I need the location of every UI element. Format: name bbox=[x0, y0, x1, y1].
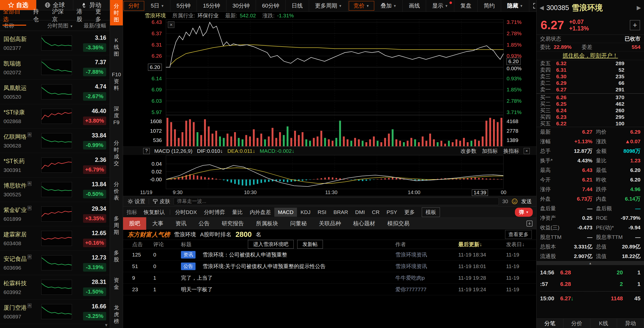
quote-tab-异动[interactable]: 异动 bbox=[617, 319, 644, 328]
watchlist-subtab[interactable]: 持仓 bbox=[33, 7, 45, 24]
forum-tab-大事[interactable]: 大事 bbox=[146, 217, 169, 230]
ask-row[interactable]: 卖五6.32289 bbox=[537, 60, 644, 67]
bid-row[interactable]: 买三6.24260 bbox=[537, 107, 644, 114]
next-stock-icon[interactable]: ▶ bbox=[637, 5, 641, 11]
template-button[interactable]: 模板 bbox=[422, 207, 440, 217]
danmaku-input[interactable] bbox=[174, 198, 499, 205]
view-tab-深度F9[interactable]: 深度F9 bbox=[110, 103, 123, 128]
forum-tab-核心题材[interactable]: 核心题材 bbox=[347, 217, 381, 230]
indicator-item-KDJ[interactable]: KDJ bbox=[297, 208, 314, 217]
indicator-item-分时DDX[interactable]: 分时DDX bbox=[172, 207, 200, 217]
ask-row[interactable]: 卖一6.27291 bbox=[537, 86, 644, 93]
prev-stock-icon[interactable]: ◀ bbox=[540, 5, 544, 11]
promo-banner[interactable]: 抓住机会，即刻开户！ bbox=[537, 51, 644, 60]
watchlist-subtab[interactable]: 沪深京 bbox=[52, 7, 69, 24]
view-tab-分时成交[interactable]: 分时成交 bbox=[110, 137, 123, 169]
toolbar-button-分时[interactable]: 分时 bbox=[124, 1, 144, 11]
toolbar-button-隐藏[interactable]: 隐藏▼ bbox=[501, 0, 529, 12]
toolbar-button-5日[interactable]: 5日▼ bbox=[145, 0, 170, 12]
macd-pane[interactable]: 0.040.02-0.00 bbox=[123, 155, 536, 189]
toolbar-button-叠加[interactable]: 叠加▼ bbox=[375, 0, 403, 12]
post-title[interactable]: 雪浪环境:关于公司被债权人申请预重整的提示性公告 bbox=[203, 263, 326, 270]
forum-tab-问董秘[interactable]: 问董秘 bbox=[284, 217, 313, 230]
indicator-item-量比[interactable]: 量比 bbox=[229, 207, 246, 217]
indicator-item-BRAR[interactable]: BRAR bbox=[330, 208, 352, 217]
indicator-item-内外盘差[interactable]: 内外盘差 bbox=[246, 207, 274, 217]
post-author[interactable]: 牛牛爱吃肉p bbox=[395, 274, 458, 281]
indicator-item-CR[interactable]: CR bbox=[368, 208, 383, 217]
help-icon[interactable]: ? bbox=[143, 148, 150, 154]
col-comments[interactable]: 评论 bbox=[153, 241, 181, 248]
watchlist-row[interactable]: 亿联网络R30062833.84-0.99% bbox=[0, 129, 110, 153]
toolbar-button-15分钟[interactable]: 15分钟 bbox=[197, 0, 226, 12]
indicator-item-分时博弈[interactable]: 分时博弈 bbox=[200, 207, 229, 217]
toolbar-button-60分钟[interactable]: 60分钟 bbox=[256, 0, 285, 12]
watchlist-row[interactable]: 凤凰航运0005204.74-2.67% bbox=[0, 80, 110, 104]
col-clicks[interactable]: 点击 bbox=[123, 241, 153, 248]
post-title[interactable]: 雪浪环境：公司被债权人申请预重整 bbox=[203, 251, 287, 258]
bid-row[interactable]: 买一6.26370 bbox=[537, 94, 644, 101]
panel-toggle-icon[interactable] bbox=[526, 220, 533, 227]
watchlist-scroll-down-icon[interactable]: ▼ bbox=[104, 323, 108, 327]
view-tab-多周期[interactable]: 多周期 bbox=[110, 212, 123, 238]
ask-row[interactable]: 卖三6.30235 bbox=[537, 73, 644, 80]
ask-row[interactable]: 卖二6.2966 bbox=[537, 80, 644, 86]
indicator-item-PSY[interactable]: PSY bbox=[383, 208, 401, 217]
post-row[interactable]: 1250资讯雪浪环境：公司被债权人申请预重整雪浪环境资讯11-19 18:341… bbox=[123, 249, 536, 261]
toolbar-button-30分钟[interactable]: 30分钟 bbox=[226, 0, 256, 12]
bid-row[interactable]: 买四6.23295 bbox=[537, 114, 644, 120]
watchlist-row[interactable]: *ST绿康00286846.40+3.80% bbox=[0, 104, 110, 129]
watchlist-row[interactable]: 博思软件R30052513.84-0.50% bbox=[0, 177, 110, 202]
toolbar-button-简约[interactable]: 简约 bbox=[478, 0, 501, 12]
enter-forum-button[interactable]: 进入雪浪环境吧 bbox=[248, 240, 294, 249]
watchlist-subtab[interactable]: 全部自选 bbox=[3, 7, 26, 24]
quote-tab-分笔[interactable]: 分笔 bbox=[537, 319, 563, 328]
indicator-reset-button[interactable]: 恢复默认 bbox=[140, 207, 168, 217]
forum-tab-所属板块[interactable]: 所属板块 bbox=[250, 217, 284, 230]
forum-tab-股吧[interactable]: 股吧 bbox=[123, 217, 146, 230]
forum-tab-关联品种[interactable]: 关联品种 bbox=[313, 217, 347, 230]
emoji-icon[interactable] bbox=[512, 198, 518, 204]
intraday-price-pane[interactable]: × 6.436.376.316.266.206.146.096.035.97 3… bbox=[123, 19, 536, 115]
forum-tab-资讯[interactable]: 资讯 bbox=[169, 217, 193, 230]
rank-logo[interactable]: 东方财富人气榜 bbox=[128, 231, 170, 239]
watchlist-row[interactable]: 建霖家居60340812.65+0.16% bbox=[0, 226, 110, 251]
post-row[interactable]: 231明天一字板了爱你777777711-19 19:2411-19 bbox=[123, 284, 536, 295]
forum-tab-模拟交易[interactable]: 模拟交易 bbox=[381, 217, 415, 230]
toolbar-button-画线[interactable]: 画线 bbox=[403, 0, 426, 12]
toolbar-button-复盘[interactable]: 复盘 bbox=[454, 0, 478, 12]
forum-tab-研究报告[interactable]: 研究报告 bbox=[216, 217, 250, 230]
toolbar-button-5分钟[interactable]: 5分钟 bbox=[170, 0, 197, 12]
view-tab-分时图[interactable]: 分时图 bbox=[110, 0, 123, 25]
toolbar-button-更多周期[interactable]: 更多周期▼ bbox=[309, 0, 348, 12]
col-updated-sort[interactable]: 最后更新↓ bbox=[458, 241, 506, 248]
indicator-item-更多[interactable]: 更多 bbox=[401, 207, 418, 217]
watchlist-row[interactable]: 紫金矿业R60189929.34+3.35% bbox=[0, 202, 110, 226]
watchlist-row[interactable]: *ST长药3003912.36+6.79% bbox=[0, 153, 110, 177]
view-tab-资金[interactable]: 资金 bbox=[110, 274, 123, 293]
add-to-watchlist-button[interactable]: + bbox=[630, 20, 640, 30]
indicator-item-RSI[interactable]: RSI bbox=[314, 208, 330, 217]
watchlist-subtab[interactable]: 港股 bbox=[76, 7, 88, 24]
bid-row[interactable]: 买五6.22100 bbox=[537, 120, 644, 127]
volume-pane[interactable]: 16081072536 416827781389 bbox=[123, 115, 536, 147]
industry-value[interactable]: 环保行业 bbox=[198, 12, 219, 19]
view-tab-多股[interactable]: 多股 bbox=[110, 247, 123, 265]
danmaku-send-button[interactable]: 发送 bbox=[521, 198, 532, 205]
toolbar-button-显示[interactable]: 显示▼ bbox=[426, 0, 454, 12]
ask-row[interactable]: 卖四6.3152 bbox=[537, 67, 644, 73]
macd-action-改参数[interactable]: 改参数 bbox=[461, 148, 476, 155]
quote-tab-分价[interactable]: 分价 bbox=[563, 319, 590, 328]
watchlist-row[interactable]: 国创高新0023773.16-3.36% bbox=[0, 31, 110, 55]
toolbar-button-竞价[interactable]: 竞价▼ bbox=[349, 1, 374, 11]
danmaku-toggle-pill[interactable]: 弹▼ bbox=[515, 208, 533, 217]
post-row[interactable]: 510公告雪浪环境:关于公司被债权人申请预重整的提示性公告雪浪环境资讯11-19… bbox=[123, 261, 536, 272]
settings-item[interactable]: 设置 bbox=[128, 198, 145, 205]
rank-more-button[interactable]: 查看更多 bbox=[505, 230, 532, 239]
collapse-handle[interactable]: ▲ bbox=[537, 261, 644, 265]
post-title[interactable]: 明天一字板了 bbox=[181, 286, 213, 293]
post-row[interactable]: 91完了，上当了牛牛爱吃肉p11-19 19:2811-19 bbox=[123, 272, 536, 284]
new-post-button[interactable]: 发新帖 bbox=[297, 240, 323, 249]
post-title[interactable]: 完了，上当了 bbox=[181, 274, 213, 281]
watchlist-row[interactable]: 松霖科技60399228.31-1.50% bbox=[0, 275, 110, 300]
